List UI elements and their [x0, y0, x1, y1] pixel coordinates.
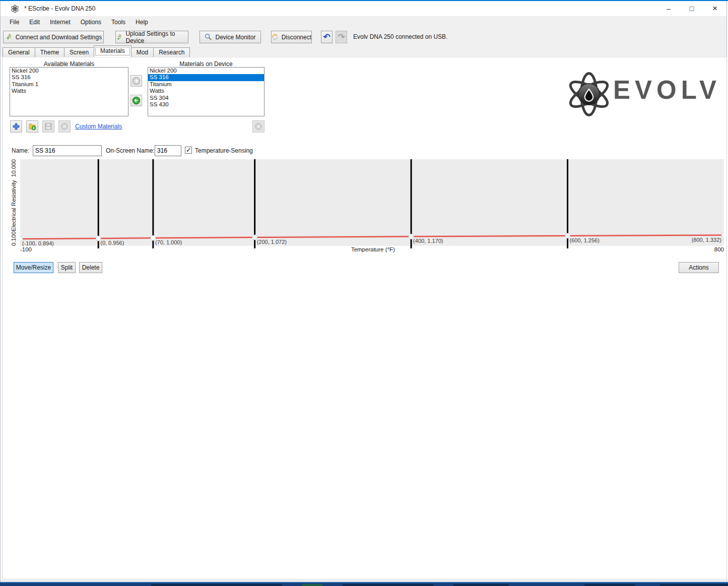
taskbar-window-patch	[343, 584, 433, 586]
disconnect-button[interactable]: Disconnect	[271, 31, 312, 43]
toolbar: Connect and Download Settings Upload Set…	[1, 28, 726, 45]
menu-help[interactable]: Help	[130, 17, 153, 28]
custom-materials-link[interactable]: Custom Materials	[75, 123, 122, 130]
move-left-button[interactable]	[130, 95, 142, 106]
magnifier-icon	[205, 33, 212, 41]
menu-edit[interactable]: Edit	[24, 17, 45, 28]
device-materials-label: Materials on Device	[148, 60, 264, 68]
tab-theme[interactable]: Theme	[35, 47, 64, 57]
list-item[interactable]: SS 316	[148, 74, 264, 81]
save-material-button[interactable]	[42, 120, 54, 133]
list-item[interactable]: Nickel 200	[148, 68, 264, 74]
y-max-tick: 10.000	[11, 159, 17, 177]
tab-research[interactable]: Research	[153, 47, 190, 57]
x-axis-row: -100 Temperature (°F) 800	[20, 246, 724, 252]
redo-button[interactable]: ↷	[336, 31, 347, 43]
connect-download-button[interactable]: Connect and Download Settings	[3, 31, 104, 43]
save-floppy-icon	[44, 122, 52, 131]
delete-button[interactable]: Delete	[79, 262, 102, 273]
taskbar-window-patch	[584, 584, 635, 586]
checkmark-icon: ✓	[186, 147, 191, 153]
open-folder-icon	[28, 122, 36, 131]
y-axis-title: Electrical Resistivity	[11, 180, 17, 231]
tab-screen[interactable]: Screen	[64, 47, 94, 57]
redo-icon: ↷	[338, 33, 345, 41]
connect-icon	[5, 33, 13, 41]
x-min-tick: -100	[20, 246, 32, 252]
x-max-tick: 800	[714, 246, 724, 252]
evolv-atom-logo-icon	[566, 71, 612, 117]
plus-icon	[12, 122, 20, 131]
materials-tab-page: Available Materials Nickel 200SS 316Tita…	[2, 57, 727, 579]
remove-from-device-button[interactable]	[252, 120, 264, 133]
list-item[interactable]: SS 316	[10, 74, 128, 81]
material-name-input[interactable]	[33, 145, 102, 156]
temperature-sensing-checkbox[interactable]: ✓	[185, 147, 192, 154]
actions-button[interactable]: Actions	[679, 262, 719, 273]
point-label: (70, 1.000)	[155, 239, 182, 245]
close-icon[interactable]: ×	[703, 1, 726, 16]
list-item[interactable]: Titanium	[148, 81, 264, 88]
arrow-left-icon	[132, 96, 141, 105]
point-label: (800, 1.332)	[692, 237, 721, 243]
window-title: * EScribe - Evolv DNA 250	[24, 5, 95, 12]
taskbar-window-patch	[660, 584, 728, 586]
escribe-app-icon	[11, 5, 19, 13]
tab-general[interactable]: General	[3, 47, 35, 57]
device-monitor-label: Device Monitor	[215, 34, 255, 41]
temperature-sensing-label: Temperature-Sensing	[195, 147, 253, 154]
list-item[interactable]: SS 430	[148, 101, 264, 108]
add-material-button[interactable]	[10, 120, 22, 133]
delete-material-button[interactable]	[58, 120, 71, 133]
taskbar-edge[interactable]	[0, 582, 728, 586]
connection-status: Evolv DNA 250 connected on USB.	[353, 28, 447, 45]
menu-file[interactable]: File	[5, 17, 24, 28]
title-bar[interactable]: * EScribe - Evolv DNA 250 – □ ×	[1, 1, 726, 16]
onscreen-name-input[interactable]	[155, 145, 181, 156]
x-axis-title: Temperature (°F)	[351, 246, 395, 252]
menu-internet[interactable]: Internet	[45, 17, 76, 28]
name-label: Name:	[12, 147, 29, 154]
device-materials-list[interactable]: Nickel 200SS 316TitaniumWattsSS 304SS 43…	[148, 67, 264, 116]
undo-button[interactable]: ↶	[321, 31, 333, 43]
tab-strip: GeneralThemeScreenMaterialsModResearch	[1, 45, 726, 57]
escribe-window: * EScribe - Evolv DNA 250 – □ × FileEdit…	[0, 1, 727, 582]
upload-settings-button[interactable]: Upload Settings to Device	[115, 31, 188, 43]
taskbar-window-patch	[453, 584, 509, 586]
point-label: (600, 1.256)	[570, 237, 600, 243]
menu-tools[interactable]: Tools	[106, 17, 130, 28]
move-right-button[interactable]	[130, 75, 142, 87]
disconnect-label: Disconnect	[282, 34, 311, 41]
menu-options[interactable]: Options	[76, 17, 106, 28]
evolv-logo-text: EVOLV	[613, 75, 721, 105]
upload-icon	[116, 33, 122, 41]
onscreen-name-label: On-Screen Name:	[106, 147, 155, 154]
maximize-icon[interactable]: □	[680, 1, 703, 16]
disconnect-icon	[272, 33, 279, 41]
list-item[interactable]: Nickel 200	[10, 68, 128, 74]
list-item[interactable]: Watts	[10, 88, 128, 94]
split-button[interactable]: Split	[58, 262, 76, 273]
list-item[interactable]: Watts	[148, 88, 264, 94]
taskbar-window-patch	[151, 584, 282, 586]
menu-bar: FileEditInternetOptionsToolsHelp	[1, 16, 726, 28]
resistivity-chart[interactable]: (-100, 0.894)(0, 0.956)(70, 1.000)(200, …	[20, 159, 724, 250]
point-label: (400, 1.170)	[413, 238, 443, 244]
connect-download-label: Connect and Download Settings	[16, 34, 102, 41]
list-item[interactable]: SS 304	[148, 95, 264, 101]
available-materials-list[interactable]: Nickel 200SS 316Titanium 1Watts	[10, 67, 128, 116]
point-label: (0, 0.956)	[100, 240, 124, 246]
list-item[interactable]: Titanium 1	[10, 81, 128, 88]
tab-materials[interactable]: Materials	[94, 45, 131, 57]
point-label: (-100, 0.894)	[22, 240, 54, 246]
upload-settings-label: Upload Settings to Device	[125, 30, 188, 44]
available-materials-label: Available Materials	[10, 60, 128, 68]
taskbar-window-patch	[302, 584, 322, 586]
device-monitor-button[interactable]: Device Monitor	[200, 31, 261, 43]
y-axis-label: 0.100 Electrical Resistivity 10.000	[10, 159, 17, 246]
tab-mod[interactable]: Mod	[131, 47, 154, 57]
open-material-button[interactable]	[26, 120, 38, 133]
minimize-icon[interactable]: –	[657, 1, 680, 16]
delete-circle-icon	[60, 122, 69, 131]
move-resize-button[interactable]: Move/Resize	[14, 262, 53, 273]
